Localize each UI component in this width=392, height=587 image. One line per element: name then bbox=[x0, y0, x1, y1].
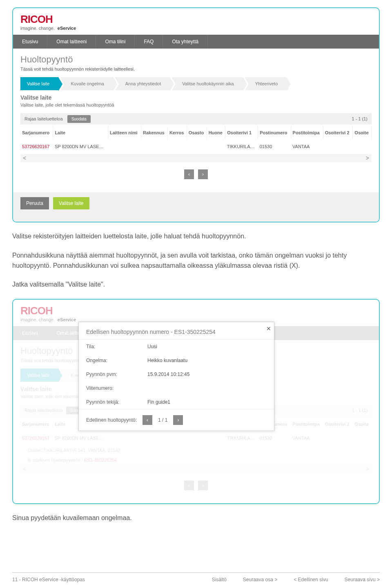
nav-oma-tilini[interactable]: Oma tilini bbox=[96, 35, 135, 49]
wizard-step-4[interactable]: Valitse huoltokäynnin aika bbox=[172, 77, 243, 90]
nav-etusivu[interactable]: Etusivu bbox=[13, 35, 47, 49]
eservice-label: eService bbox=[58, 26, 76, 31]
select-device-button[interactable]: Valitse laite bbox=[53, 197, 89, 209]
section-heading: Valitse laite bbox=[20, 94, 372, 101]
popup-footer: Edellinen huoltopyyntö: ‹ 1 / 1 › bbox=[79, 409, 274, 431]
popup-prev-icon[interactable]: ‹ bbox=[143, 415, 152, 425]
nav-faq[interactable]: FAQ bbox=[135, 35, 163, 49]
col-kerros[interactable]: Kerros bbox=[167, 126, 187, 139]
page-footer: 11 - RICOH eService -käyttöopas Sisältö … bbox=[12, 572, 380, 587]
wizard-step-5[interactable]: Yhteenveto bbox=[245, 77, 287, 90]
page-title: Huoltopyyntö bbox=[20, 54, 372, 65]
page-subtitle: Tässä voit tehdä huoltopyynnön rekisterö… bbox=[20, 67, 372, 71]
col-osoite[interactable]: Osoite bbox=[353, 126, 372, 139]
ricoh-logo: RICOH bbox=[13, 8, 379, 26]
paragraph-2: Sinua pyydetään kuvailemaan ongelmaa. bbox=[12, 513, 380, 523]
popup-row-viite: Viitenumero: bbox=[79, 381, 274, 395]
cell-laite: SP 8200DN MV LASE… bbox=[53, 139, 108, 154]
scroll-left-icon[interactable]: < bbox=[23, 155, 26, 161]
screenshot-1: RICOH imagine. change. eService Etusivu … bbox=[12, 7, 380, 222]
section-subheading: Valitse laite, jolle olet tekemässä huol… bbox=[20, 102, 372, 107]
col-osasto[interactable]: Osasto bbox=[187, 126, 207, 139]
footer-next-section-link[interactable]: Seuraava osa > bbox=[243, 577, 277, 583]
footer-next-page-link[interactable]: Seuraava sivu > bbox=[345, 577, 380, 583]
wizard-step-3[interactable]: Anna yhteystiedot bbox=[115, 77, 170, 90]
pager-prev-icon[interactable]: ‹ bbox=[184, 169, 194, 179]
pager: ‹ › bbox=[20, 162, 372, 187]
screenshot-2: RICOH imagine. change. eService Etusivu … bbox=[12, 299, 380, 504]
col-postinumero[interactable]: Postinumero bbox=[258, 126, 291, 139]
filter-label: Rajaa laiteluetteloa bbox=[24, 116, 63, 121]
col-rakennus[interactable]: Rakennus bbox=[141, 126, 168, 139]
popup-row-pvm: Pyynnön pvm: 15.9.2014 10:12:45 bbox=[79, 367, 274, 381]
ricoh-tag-text: imagine. change. bbox=[20, 26, 55, 31]
cancel-button[interactable]: Peruuta bbox=[20, 197, 49, 209]
paragraph-1c: Jatka valitsemalla "Valitse laite". bbox=[12, 280, 380, 290]
col-laite[interactable]: Laite bbox=[53, 126, 108, 139]
filter-bar: Rajaa laiteluetteloa Suodata 1 - 1 (1) bbox=[20, 113, 372, 125]
footer-prev-page-link[interactable]: < Edellinen sivu bbox=[294, 577, 328, 583]
col-osoiterivi2[interactable]: Osoiterivi 2 bbox=[323, 126, 353, 139]
scroll-right-icon[interactable]: > bbox=[366, 155, 369, 161]
filter-button[interactable]: Suodata bbox=[67, 115, 91, 123]
popup-row-ongelma: Ongelma: Heikko kuvanlaatu bbox=[79, 354, 274, 367]
cell-osoite1: TIKKURILA… bbox=[225, 139, 258, 154]
paragraph-1b: Ponnahdusikkuna näyttää aiemmat huoltopy… bbox=[12, 251, 380, 271]
wizard-steps: Valitse laite Kuvaile ongelma Anna yhtey… bbox=[20, 77, 372, 90]
cell-postitoimi: VANTAA bbox=[291, 139, 323, 154]
page-block: Huoltopyyntö Tässä voit tehdä huoltopyyn… bbox=[13, 49, 379, 192]
result-count: 1 - 1 (1) bbox=[352, 116, 368, 121]
col-postitoimipa[interactable]: Postitoimipa bbox=[291, 126, 323, 139]
col-sarjanumero[interactable]: Sarjanumero bbox=[20, 126, 53, 139]
table-row[interactable]: 53726620167 SP 8200DN MV LASE… TIKKURILA… bbox=[20, 139, 372, 154]
ricoh-tagline: imagine. change. eService bbox=[13, 26, 379, 35]
popup-row-tekija: Pyynnön tekijä: Fin guide1 bbox=[79, 395, 274, 409]
horizontal-scroll[interactable]: < > bbox=[20, 154, 372, 162]
filter-left: Rajaa laiteluetteloa Suodata bbox=[24, 116, 91, 121]
col-osoiterivi1[interactable]: Osoiterivi 1 bbox=[225, 126, 258, 139]
previous-request-popup: × Edellisen huoltopyynnön numero - ES1-3… bbox=[78, 322, 274, 431]
popup-next-icon[interactable]: › bbox=[173, 415, 183, 425]
footer-contents-link[interactable]: Sisältö bbox=[212, 577, 227, 583]
paragraph-1a: Valitse rekisteröityjen laitteiden luett… bbox=[12, 231, 380, 242]
col-laitteen-nimi[interactable]: Laitteen nimi bbox=[108, 126, 141, 139]
nav-omat-laitteeni[interactable]: Omat laitteeni bbox=[47, 35, 96, 49]
wizard-step-1[interactable]: Valitse laite bbox=[20, 77, 58, 90]
wizard-step-2[interactable]: Kuvaile ongelma bbox=[60, 77, 113, 90]
cell-postinum: 01530 bbox=[258, 139, 291, 154]
footer-left: 11 - RICOH eService -käyttöopas bbox=[12, 577, 85, 583]
popup-page-indicator: 1 / 1 bbox=[158, 417, 167, 423]
popup-title: Edellisen huoltopyynnön numero - ES1-350… bbox=[79, 322, 274, 340]
cell-sn: 53726620167 bbox=[20, 139, 53, 154]
action-row: Peruuta Valitse laite bbox=[13, 192, 379, 222]
pager-next-icon[interactable]: › bbox=[198, 169, 208, 179]
col-huone[interactable]: Huone bbox=[207, 126, 225, 139]
nav-ota-yhteytta[interactable]: Ota yhteyttä bbox=[163, 35, 208, 49]
top-nav: Etusivu Omat laitteeni Oma tilini FAQ Ot… bbox=[13, 35, 379, 49]
popup-footer-label: Edellinen huoltopyyntö: bbox=[86, 417, 137, 423]
device-table: Sarjanumero Laite Laitteen nimi Rakennus… bbox=[20, 126, 372, 154]
popup-row-tila: Tila: Uusi bbox=[79, 340, 274, 354]
close-icon[interactable]: × bbox=[266, 325, 271, 333]
